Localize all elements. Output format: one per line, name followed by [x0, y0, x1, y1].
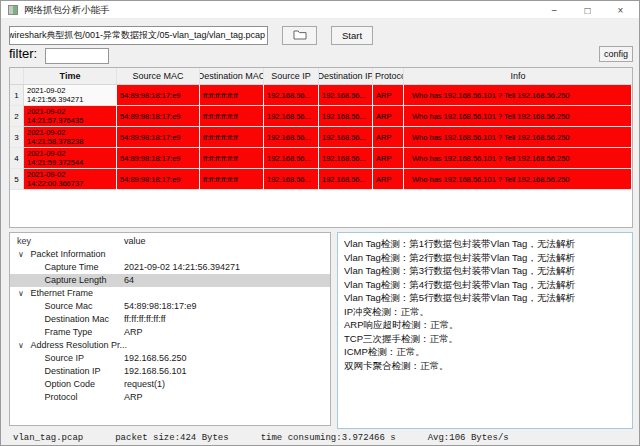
cell-destination-ip[interactable]: 192.168.56...	[319, 127, 373, 148]
cell-destination-ip[interactable]: 192.168.56...	[319, 148, 373, 169]
tree-row[interactable]: Protocol ARP	[10, 391, 330, 404]
cell-source-mac[interactable]: 54:89:98:18:17:e9	[117, 169, 200, 190]
cell-destination-mac[interactable]: ff:ff:ff:ff:ff:ff	[200, 106, 264, 127]
window-title: 网络抓包分析小能手	[24, 4, 110, 17]
tree-key: Option Code	[45, 378, 96, 391]
maximize-button[interactable]: □	[571, 1, 604, 19]
cell-source-ip[interactable]: 192.168.56...	[264, 106, 319, 127]
cell-protocol[interactable]: ARP	[373, 148, 404, 169]
cell-source-ip[interactable]: 192.168.56...	[264, 169, 319, 190]
chevron-down-icon[interactable]: ∨	[16, 339, 26, 352]
analysis-line: Vlan Tag检测：第1行数据包封装带Vlan Tag，无法解析	[344, 237, 626, 251]
filter-input[interactable]	[45, 48, 109, 64]
tree-row[interactable]: Source Mac 54:89:98:18:17:e9	[10, 300, 330, 313]
file-path-input[interactable]: 出文档/06-wireshark典型抓包/001-异常数据报文/05-vlan_…	[9, 26, 268, 45]
cell-source-mac[interactable]: 54:89:98:18:17:e9	[117, 106, 200, 127]
cell-info[interactable]: Who has 192.168.56.101 ? Tell 192.168.56…	[404, 127, 632, 148]
cell-protocol[interactable]: ARP	[373, 106, 404, 127]
minimize-button[interactable]: −	[538, 1, 571, 19]
cell-source-mac[interactable]: 54:89:98:18:17:e9	[117, 85, 200, 106]
table-row[interactable]: 5 2021-09-02 14:22:00.366737 54:89:98:18…	[10, 169, 632, 190]
cell-info[interactable]: Who has 192.168.56.101 ? Tell 192.168.56…	[404, 106, 632, 127]
tree-value: 64	[124, 274, 134, 287]
cell-destination-ip[interactable]: 192.168.56...	[319, 106, 373, 127]
cell-time[interactable]: 2021-09-02 14:22:00.366737	[24, 169, 117, 190]
row-number: 5	[10, 169, 24, 190]
row-number: 3	[10, 127, 24, 148]
filter-label: filter:	[9, 46, 37, 61]
tree-key: Capture Time	[45, 261, 99, 274]
tree-row[interactable]: Frame Type ARP	[10, 326, 330, 339]
start-button[interactable]: Start	[331, 26, 373, 45]
cell-info[interactable]: Who has 192.168.56.101 ? Tell 192.168.56…	[404, 169, 632, 190]
tree-value: 192.168.56.250	[124, 352, 187, 365]
analysis-line: 双网卡聚合检测：正常。	[344, 359, 626, 373]
status-bar: vlan_tag.pcap packet size:424 Bytes time…	[1, 429, 640, 446]
tree-row[interactable]: ∨ Packet Information	[10, 248, 330, 261]
cell-info[interactable]: Who has 192.168.56.101 ? Tell 192.168.56…	[404, 148, 632, 169]
chevron-down-icon[interactable]: ∨	[16, 248, 26, 261]
header-rownum	[10, 68, 24, 84]
tree-key: Packet Information	[31, 248, 106, 261]
cell-time[interactable]: 2021-09-02 14:21:57.376435	[24, 106, 117, 127]
browse-file-button[interactable]	[282, 26, 317, 45]
tree-row[interactable]: Capture Length 64	[10, 274, 330, 287]
cell-time[interactable]: 2021-09-02 14:21:58.378238	[24, 127, 117, 148]
folder-icon	[293, 29, 307, 42]
analysis-result-box[interactable]: Vlan Tag检测：第1行数据包封装带Vlan Tag，无法解析 Vlan T…	[337, 232, 633, 429]
analysis-line: Vlan Tag检测：第2行数据包封装带Vlan Tag，无法解析	[344, 251, 626, 265]
header-source-ip[interactable]: Source IP	[264, 68, 319, 84]
status-filename: vlan_tag.pcap	[13, 433, 83, 443]
header-destination-mac[interactable]: Destination MAC	[200, 68, 264, 84]
cell-source-ip[interactable]: 192.168.56...	[264, 85, 319, 106]
tree-row[interactable]: Destination IP 192.168.56.101	[10, 365, 330, 378]
cell-time[interactable]: 2021-09-02 14:21:56.394271	[24, 85, 117, 106]
analysis-line: ICMP检测：正常。	[344, 345, 626, 359]
chevron-down-icon[interactable]: ∨	[16, 287, 26, 300]
config-button[interactable]: config	[599, 46, 633, 62]
tree-key: Ethernet Frame	[31, 287, 94, 300]
cell-source-mac[interactable]: 54:89:98:18:17:e9	[117, 127, 200, 148]
tree-value: request(1)	[124, 378, 165, 391]
packet-detail-tree: key value ∨ Packet Information Capture T…	[9, 232, 331, 426]
cell-destination-mac[interactable]: ff:ff:ff:ff:ff:ff	[200, 85, 264, 106]
table-row[interactable]: 3 2021-09-02 14:21:58.378238 54:89:98:18…	[10, 127, 632, 148]
tree-row[interactable]: Source IP 192.168.56.250	[10, 352, 330, 365]
tree-value-header: value	[124, 235, 146, 248]
table-row[interactable]: 4 2021-09-02 14:21:59.372544 54:89:98:18…	[10, 148, 632, 169]
header-destination-ip[interactable]: Destination IP	[319, 68, 373, 84]
cell-protocol[interactable]: ARP	[373, 127, 404, 148]
table-row[interactable]: 2 2021-09-02 14:21:57.376435 54:89:98:18…	[10, 106, 632, 127]
tree-row[interactable]: ∨ Ethernet Frame	[10, 287, 330, 300]
tree-value: ARP	[124, 391, 143, 404]
header-time[interactable]: Time	[24, 68, 117, 84]
cell-protocol[interactable]: ARP	[373, 169, 404, 190]
row-number: 1	[10, 85, 24, 106]
cell-destination-ip[interactable]: 192.168.56...	[319, 85, 373, 106]
cell-source-mac[interactable]: 54:89:98:18:17:e9	[117, 148, 200, 169]
header-info[interactable]: Info	[404, 68, 632, 84]
table-row[interactable]: 1 2021-09-02 14:21:56.394271 54:89:98:18…	[10, 85, 632, 106]
cell-info[interactable]: Who has 192.168.56.101 ? Tell 192.168.56…	[404, 85, 632, 106]
tree-row[interactable]: ∨ Address Resolution Pr...	[10, 339, 330, 352]
cell-destination-mac[interactable]: ff:ff:ff:ff:ff:ff	[200, 127, 264, 148]
title-bar: 网络抓包分析小能手 − □ ×	[1, 1, 639, 19]
header-source-mac[interactable]: Source MAC	[117, 68, 200, 84]
analysis-line: Vlan Tag检测：第3行数据包封装带Vlan Tag，无法解析	[344, 264, 626, 278]
cell-destination-ip[interactable]: 192.168.56...	[319, 169, 373, 190]
tree-header-row: key value	[10, 235, 330, 248]
cell-time[interactable]: 2021-09-02 14:21:59.372544	[24, 148, 117, 169]
header-protocol[interactable]: Protoco	[373, 68, 404, 84]
analysis-line: TCP三次握手检测：正常。	[344, 332, 626, 346]
tree-key: Destination IP	[45, 365, 101, 378]
cell-source-ip[interactable]: 192.168.56...	[264, 148, 319, 169]
table-header-row: Time Source MAC Destination MAC Source I…	[10, 68, 632, 85]
close-button[interactable]: ×	[604, 1, 637, 19]
cell-destination-mac[interactable]: ff:ff:ff:ff:ff:ff	[200, 169, 264, 190]
cell-source-ip[interactable]: 192.168.56...	[264, 127, 319, 148]
cell-destination-mac[interactable]: ff:ff:ff:ff:ff:ff	[200, 148, 264, 169]
cell-protocol[interactable]: ARP	[373, 85, 404, 106]
tree-row[interactable]: Destination Mac ff:ff:ff:ff:ff:ff	[10, 313, 330, 326]
tree-row[interactable]: Option Code request(1)	[10, 378, 330, 391]
tree-row[interactable]: Capture Time 2021-09-02 14:21:56.394271	[10, 261, 330, 274]
